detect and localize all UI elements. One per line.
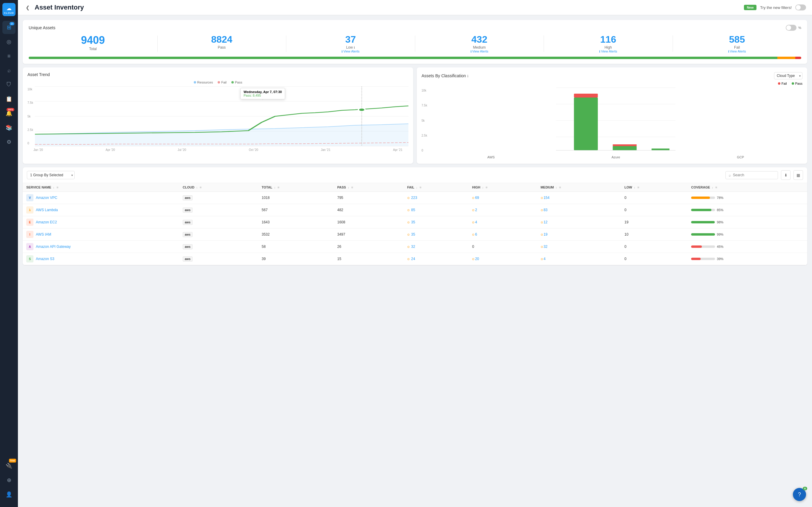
cell-total[interactable]: 39 (258, 253, 334, 265)
cell-pass[interactable]: 482 (334, 204, 404, 216)
coverage-bar-bg (691, 221, 715, 223)
cell-total[interactable]: 58 (258, 241, 334, 253)
cloud-type-select[interactable]: Cloud Type (774, 72, 803, 79)
cell-total[interactable]: 1018 (258, 192, 334, 204)
total-sort-icon[interactable]: ↕ (274, 186, 275, 189)
fail-link[interactable]: 32 (411, 244, 415, 249)
sidebar-item-connect[interactable]: ⊕ (2, 473, 15, 487)
low-filter-icon[interactable]: ≡ (638, 185, 639, 189)
fail-link[interactable]: 24 (411, 257, 415, 261)
group-by-select[interactable]: 1 Group By Selected (27, 171, 74, 179)
service-link[interactable]: Amazon EC2 (36, 220, 57, 224)
help-button[interactable]: ? 6 (793, 488, 806, 501)
fail-link[interactable]: 223 (411, 195, 417, 200)
fail-link[interactable]: 35 (411, 220, 415, 224)
sidebar-toggle-button[interactable]: ❮ (24, 4, 31, 11)
total-filter-icon[interactable]: ≡ (277, 185, 280, 189)
new-filters-toggle[interactable] (795, 4, 806, 10)
fail-link[interactable]: 85 (411, 208, 415, 212)
high-link[interactable]: 20 (475, 257, 479, 261)
unique-assets-toggle[interactable] (786, 25, 797, 31)
fail-sort-icon[interactable]: ↓ (416, 186, 418, 189)
cell-high: ⊙4 (468, 216, 537, 228)
high-zero: 0 (472, 244, 474, 249)
svg-rect-17 (651, 149, 669, 150)
sidebar-item-alerts[interactable]: 🔔 1971 (2, 107, 15, 120)
coverage-filter-icon[interactable]: ≡ (715, 185, 717, 189)
cell-cloud: aws (179, 216, 258, 228)
fail-view-alerts-link[interactable]: ℹ View Alerts (673, 50, 802, 53)
cell-total[interactable]: 1643 (258, 216, 334, 228)
medium-sort-icon[interactable]: ↕ (556, 186, 557, 189)
high-link[interactable]: 69 (475, 195, 479, 200)
pass-filter-icon[interactable]: ≡ (351, 185, 353, 189)
table-scroll: SERVICE NAME ↕ ≡ CLOUD ↕ ≡ TOTAL (23, 183, 807, 265)
cell-medium: ⊙19 (537, 228, 621, 241)
high-link[interactable]: 6 (475, 232, 477, 236)
service-filter-icon[interactable]: ≡ (56, 185, 58, 189)
service-link[interactable]: Amazon S3 (36, 257, 54, 261)
search-input[interactable] (733, 173, 775, 177)
service-link[interactable]: AWS Lambda (36, 208, 58, 212)
cell-pass[interactable]: 26 (334, 241, 404, 253)
cloud-sort-icon[interactable]: ↕ (196, 186, 198, 189)
sidebar-item-settings[interactable]: ⚙ (2, 135, 15, 149)
fail-link[interactable]: 35 (411, 232, 415, 236)
high-link[interactable]: 2 (475, 208, 477, 212)
service-link[interactable]: Amazon API Gateway (36, 244, 71, 249)
cell-total[interactable]: 567 (258, 204, 334, 216)
cell-pass[interactable]: 3497 (334, 228, 404, 241)
med-link[interactable]: 32 (544, 244, 548, 249)
sidebar-item-reports[interactable]: 📋 (2, 93, 15, 106)
sidebar-item-shield[interactable]: ⛉ (2, 78, 15, 91)
class-x-labels: AWS Azure GCP (429, 155, 803, 159)
med-link[interactable]: 154 (544, 195, 550, 200)
cell-total[interactable]: 3532 (258, 228, 334, 241)
sidebar-item-search[interactable]: ⌕ (2, 64, 15, 77)
cloud-badge: aws (183, 208, 193, 213)
download-button[interactable]: ⬇ (781, 170, 791, 180)
service-name-cell: S Amazon S3 (26, 255, 175, 263)
cell-medium: ⊙4 (537, 253, 621, 265)
sidebar-item-list[interactable]: ≡ (2, 50, 15, 63)
med-link[interactable]: 83 (544, 208, 548, 212)
service-link[interactable]: AWS IAM (36, 232, 51, 236)
high-warn-icon: ⊙ (472, 258, 474, 261)
medium-filter-icon[interactable]: ≡ (559, 185, 561, 189)
cloud-badge: aws (183, 257, 193, 262)
sidebar-item-dashboard[interactable]: ⊞ 2 (2, 21, 15, 34)
sidebar-item-integrations[interactable]: 🔌 Trial (2, 459, 15, 472)
cloud-filter-icon[interactable]: ≡ (200, 185, 202, 189)
stat-total: 9409 Total (29, 34, 157, 51)
columns-button[interactable]: ▦ (794, 170, 803, 180)
low-view-alerts-link[interactable]: ℹ View Alerts (286, 50, 415, 53)
medium-view-alerts-link[interactable]: ℹ View Alerts (415, 50, 544, 53)
th-fail: FAIL ↓ ≡ (404, 183, 468, 192)
app-logo[interactable]: ☁ CLOUD (2, 3, 15, 16)
cell-pass[interactable]: 1608 (334, 216, 404, 228)
sidebar-item-user[interactable]: 👤 (2, 488, 15, 501)
service-link[interactable]: Amazon VPC (36, 195, 57, 200)
high-view-alerts-link[interactable]: ℹ View Alerts (544, 50, 673, 53)
med-link[interactable]: 19 (544, 232, 548, 236)
med-link[interactable]: 4 (544, 257, 546, 261)
service-sort-icon[interactable]: ↕ (53, 186, 55, 189)
fail-filter-icon[interactable]: ≡ (419, 185, 421, 189)
high-sort-icon[interactable]: ↕ (482, 186, 484, 189)
high-link[interactable]: 4 (475, 220, 477, 224)
coverage-sort-icon[interactable]: ↕ (712, 186, 713, 189)
cell-pass[interactable]: 15 (334, 253, 404, 265)
low-sort-icon[interactable]: ↕ (634, 186, 635, 189)
new-badge: New (744, 5, 757, 10)
sidebar-item-analytics[interactable]: ◎ (2, 35, 15, 48)
med-link[interactable]: 12 (544, 220, 548, 224)
coverage-pct: 85% (717, 208, 723, 212)
cell-pass[interactable]: 795 (334, 192, 404, 204)
sidebar-item-book[interactable]: 📚 (2, 121, 15, 134)
high-filter-icon[interactable]: ≡ (486, 185, 488, 189)
cell-coverage: 78% (688, 192, 807, 204)
table-header-row: SERVICE NAME ↕ ≡ CLOUD ↕ ≡ TOTAL (23, 183, 807, 192)
stats-numbers: 9409 Total 8824 Pass 37 Low ℹ ℹ (29, 34, 801, 53)
pass-sort-icon[interactable]: ↕ (348, 186, 349, 189)
svg-point-7 (358, 108, 365, 111)
